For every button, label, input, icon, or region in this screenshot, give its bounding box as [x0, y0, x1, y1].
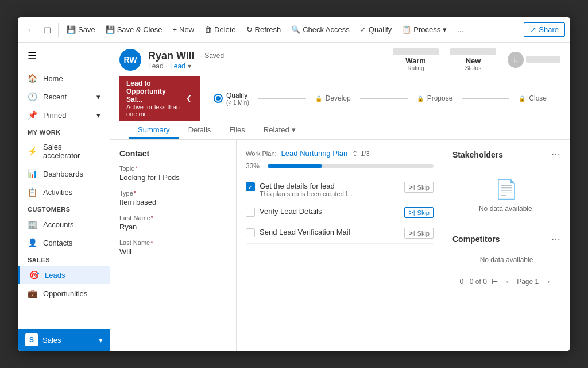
refresh-button[interactable]: ↻ Refresh [242, 23, 286, 36]
check-access-button[interactable]: 🔍 Check Access [287, 23, 354, 36]
competitors-more-button[interactable]: ⋯ [551, 233, 560, 244]
firstname-label: First Name [119, 214, 227, 221]
save-button[interactable]: 💾 Save [62, 23, 100, 36]
sidebar-item-activities[interactable]: 📋 Activities [18, 183, 110, 201]
header-status-field: New Status [450, 48, 496, 71]
type-value: Item based [119, 198, 227, 206]
dashboard-icon: 📊 [28, 169, 37, 178]
sidebar-bottom-chevron: ▾ [99, 336, 103, 344]
sidebar-item-leads[interactable]: 🎯 Leads [18, 266, 110, 284]
sidebar-item-recent[interactable]: 🕐 Recent ▾ [18, 87, 110, 106]
new-tab-button[interactable]: ◻ [40, 22, 55, 37]
more-button[interactable]: ... [452, 23, 468, 36]
alert-chevron-icon[interactable]: ❮ [185, 93, 193, 103]
record-subtitle-link[interactable]: Lead [170, 62, 185, 70]
qualify-button[interactable]: ✓ Qualify [355, 23, 396, 36]
record-name: Ryan Will [148, 50, 195, 62]
sidebar-item-opportunities[interactable]: 💼 Opportunities [18, 284, 110, 302]
tabs-row: Summary Details Files Related ▾ [119, 121, 560, 139]
competitors-header: Competitors ⋯ [452, 233, 560, 244]
sidebar-item-dashboards[interactable]: 📊 Dashboards [18, 164, 110, 183]
no-data-icon: 📄 [495, 178, 518, 200]
alert-subtitle: Active for less than one mi... [126, 103, 180, 117]
accelerator-icon: ⚡ [28, 147, 37, 156]
process-step-qualify[interactable]: Qualify (< 1 Min) [204, 88, 258, 109]
process-row: Lead to Opportunity Sal... Active for le… [119, 76, 560, 121]
related-dropdown-icon: ▾ [292, 125, 296, 134]
chevron-down-icon: ▾ [96, 111, 100, 120]
workplan-count: ⏱ 1/3 [352, 150, 369, 157]
process-step-close[interactable]: 🔒 Close [509, 91, 556, 106]
process-step-propose[interactable]: 🔒 Propose [408, 91, 462, 106]
firstname-value: Ryan [119, 223, 227, 231]
plus-icon: + [172, 25, 177, 34]
dropdown-icon: ▾ [188, 62, 191, 70]
header-rating-field: Warm Rating [393, 48, 439, 71]
refresh-icon: ↻ [246, 25, 253, 34]
process-step-develop[interactable]: 🔒 Develop [306, 91, 360, 106]
lastname-value: Will [119, 247, 227, 256]
task-skip-1[interactable]: ⊳| Skip [404, 182, 434, 193]
task-skip-2[interactable]: ⊳| Skip [404, 207, 434, 218]
qualify-icon: ✓ [360, 25, 366, 34]
lock-icon-develop: 🔒 [315, 95, 322, 102]
next-page-button[interactable]: → [541, 276, 553, 287]
share-icon: ↗ [530, 25, 536, 34]
sidebar-menu-toggle[interactable]: ☰ [18, 43, 110, 69]
share-button[interactable]: ↗ Share [524, 22, 565, 37]
contacts-icon: 👤 [28, 238, 37, 247]
tab-details[interactable]: Details [179, 121, 220, 139]
delete-button[interactable]: 🗑 Delete [200, 23, 241, 36]
tab-files[interactable]: Files [220, 121, 254, 139]
contact-section-title: Contact [119, 149, 227, 158]
leads-icon: 🎯 [29, 270, 39, 279]
content-area: RW Ryan Will - Saved Lead · Lead ▾ [110, 43, 570, 351]
task-title-2: Verify Lead Details [260, 207, 400, 216]
sidebar-bottom[interactable]: S Sales ▾ [18, 329, 110, 351]
workplan-name: Lead Nurturing Plan [281, 149, 348, 158]
tab-summary[interactable]: Summary [129, 121, 179, 139]
record-subtitle: Lead · Lead ▾ [148, 62, 224, 70]
lastname-label: Last Name [119, 239, 227, 246]
topic-label: Topic [119, 165, 227, 172]
sidebar-item-home[interactable]: 🏠 Home [18, 69, 110, 87]
lastname-field: Last Name Will [119, 239, 227, 256]
sales-section-label: Sales [18, 252, 110, 266]
stakeholders-title: Stakeholders [452, 150, 503, 159]
rating-value: Warm [405, 56, 426, 65]
back-button[interactable]: ← [23, 22, 39, 37]
task-checkbox-3[interactable] [246, 228, 255, 237]
task-item-2: Verify Lead Details ⊳| Skip [246, 202, 434, 223]
firstname-field: First Name Ryan [119, 214, 227, 231]
header-right: Warm Rating New Status U [393, 48, 560, 71]
pin-icon: 📌 [28, 110, 37, 120]
sidebar-item-accounts[interactable]: 🏢 Accounts [18, 215, 110, 233]
home-icon: 🏠 [28, 74, 37, 83]
process-bar: Qualify (< 1 Min) 🔒 Develop [200, 86, 560, 112]
task-item-1: ✓ Get the details for lead This plan ste… [246, 177, 434, 202]
competitors-no-data: No data available [452, 249, 560, 271]
new-button[interactable]: + New [168, 23, 199, 36]
record-header: RW Ryan Will - Saved Lead · Lead ▾ [110, 43, 570, 140]
save-icon: 💾 [67, 25, 76, 34]
task-skip-3[interactable]: ⊳| Skip [404, 228, 434, 239]
process-button[interactable]: 📋 Process ▾ [397, 23, 451, 36]
pagination-range: 0 - 0 of 0 [459, 278, 486, 286]
process-dropdown-icon: ▾ [443, 25, 447, 34]
check-access-icon: 🔍 [291, 25, 300, 34]
record-title-info: Ryan Will - Saved Lead · Lead ▾ [148, 50, 224, 70]
stakeholders-more-button[interactable]: ⋯ [551, 149, 560, 160]
task-checkbox-1[interactable]: ✓ [246, 182, 255, 191]
stakeholders-header: Stakeholders ⋯ [452, 149, 560, 160]
prev-page-button[interactable]: ← [502, 276, 514, 287]
sidebar-item-contacts[interactable]: 👤 Contacts [18, 233, 110, 252]
sidebar-item-sales-accelerator[interactable]: ⚡ Sales accelerator [18, 138, 110, 164]
task-checkbox-2[interactable] [246, 208, 255, 217]
accounts-icon: 🏢 [28, 220, 37, 229]
type-label: Type [119, 190, 227, 197]
process-icon: 📋 [402, 25, 411, 34]
sidebar-item-pinned[interactable]: 📌 Pinned ▾ [18, 106, 110, 124]
first-page-button[interactable]: ⊢ [489, 276, 500, 287]
tab-related[interactable]: Related ▾ [254, 121, 305, 139]
save-close-button[interactable]: 💾 Save & Close [101, 23, 167, 36]
